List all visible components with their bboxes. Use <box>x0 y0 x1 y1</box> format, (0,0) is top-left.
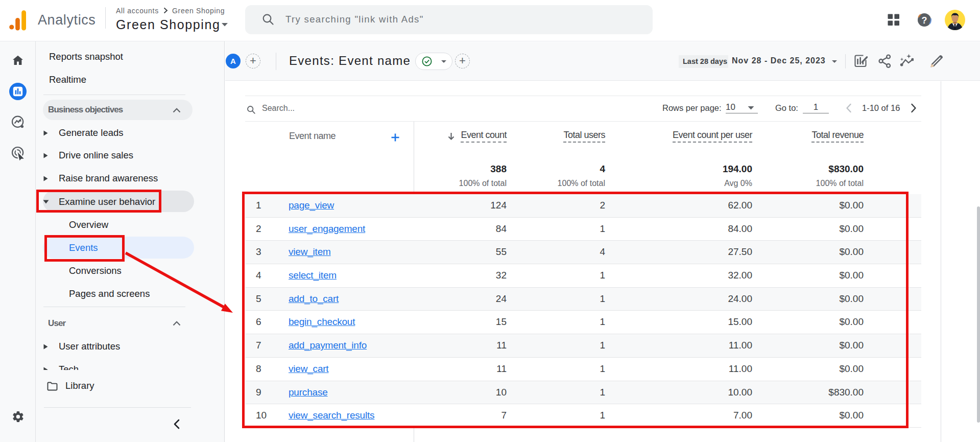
svg-text:?: ? <box>922 15 927 26</box>
